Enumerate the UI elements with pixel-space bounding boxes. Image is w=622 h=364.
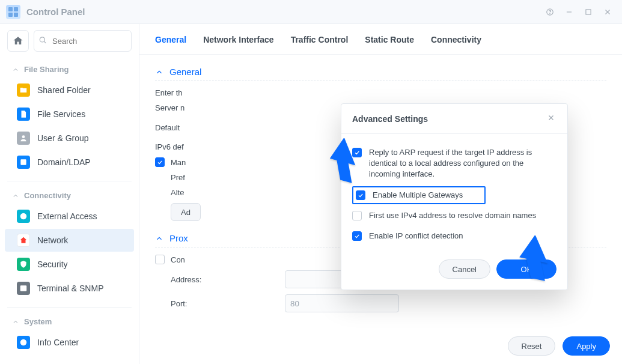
help-button[interactable]	[541, 4, 558, 20]
shield-icon	[17, 258, 30, 271]
svg-rect-7	[586, 9, 591, 14]
sidebar-item-label: Info Center	[37, 338, 79, 347]
folder-icon	[17, 83, 30, 97]
row-enter: Enter th	[155, 88, 606, 97]
sidebar-item-info-center[interactable]: Info Center	[5, 331, 134, 354]
manual-dns-checkbox[interactable]	[155, 157, 165, 167]
svg-rect-1	[14, 7, 18, 11]
sidebar-item-label: Security	[37, 259, 68, 269]
option-arp-reply: Reply to ARP request if the target IP ad…	[352, 142, 556, 185]
sidebar-item-shared-folder[interactable]: Shared Folder	[5, 79, 134, 102]
sidebar-group-label: System	[24, 317, 52, 326]
maximize-button[interactable]	[580, 4, 597, 20]
tab-network-interface[interactable]: Network Interface	[203, 35, 273, 48]
svg-point-14	[20, 213, 27, 220]
svg-rect-15	[20, 285, 27, 291]
proxy-port-input[interactable]	[285, 294, 399, 312]
network-icon	[17, 234, 30, 247]
field-label: Port:	[171, 299, 279, 308]
row-label: Default	[155, 123, 180, 132]
tab-static-route[interactable]: Static Route	[365, 35, 414, 48]
section-title: General	[169, 67, 201, 77]
apply-button[interactable]: Apply	[563, 336, 610, 356]
sidebar-item-user-group[interactable]: User & Group	[5, 127, 134, 150]
user-icon	[17, 132, 30, 145]
tab-connectivity[interactable]: Connectivity	[431, 35, 481, 48]
sidebar-item-label: Network	[37, 235, 68, 245]
svg-rect-0	[8, 7, 13, 11]
chevron-up-icon	[12, 192, 19, 199]
row-label: Alte	[171, 188, 184, 197]
option-multiple-gateways-highlight: Enable Multiple Gateways	[352, 186, 486, 204]
option-label: Enable Multiple Gateways	[373, 190, 463, 201]
option-label: First use IPv4 address to resolve domain…	[369, 210, 536, 221]
globe-icon	[17, 210, 30, 223]
row-label: Enter th	[155, 88, 183, 97]
sidebar-item-label: External Access	[37, 211, 97, 221]
annotation-arrow-checkbox	[326, 138, 362, 188]
sidebar-item-domain-ldap[interactable]: Domain/LDAP	[5, 151, 134, 174]
svg-rect-3	[14, 13, 18, 17]
annotation-arrow-ok	[515, 235, 557, 285]
reset-button[interactable]: Reset	[508, 336, 556, 356]
section-header-general[interactable]: General	[155, 63, 606, 81]
chevron-up-icon	[155, 234, 163, 243]
main-content: General Network Interface Traffic Contro…	[139, 24, 622, 364]
chevron-up-icon	[12, 66, 19, 73]
chevron-up-icon	[155, 68, 163, 76]
window-title: Control Panel	[26, 7, 85, 17]
search-icon	[38, 36, 47, 46]
row-label: IPv6 def	[155, 142, 184, 151]
option-label: Enable IP conflict detection	[369, 231, 463, 241]
app-icon	[6, 5, 20, 19]
sidebar-item-label: Domain/LDAP	[37, 157, 91, 167]
tab-traffic-control[interactable]: Traffic Control	[291, 35, 349, 48]
advanced-button[interactable]: Ad	[171, 203, 201, 221]
tab-bar: General Network Interface Traffic Contro…	[139, 24, 622, 55]
sidebar-item-file-services[interactable]: File Services	[5, 103, 134, 126]
sidebar-item-external-access[interactable]: External Access	[5, 205, 134, 228]
svg-point-16	[20, 339, 27, 346]
svg-rect-13	[20, 159, 26, 165]
title-bar: Control Panel	[0, 0, 622, 24]
checkbox-label: Con	[171, 255, 185, 264]
multiple-gateways-checkbox[interactable]	[356, 190, 365, 200]
terminal-icon	[17, 282, 30, 295]
sidebar-group-label: Connectivity	[24, 191, 71, 200]
dialog-cancel-button[interactable]: Cancel	[439, 259, 490, 279]
ip-conflict-checkbox[interactable]	[352, 231, 362, 241]
row-proxy-port: Port:	[171, 294, 606, 312]
svg-line-11	[44, 41, 46, 43]
row-label: Pref	[171, 173, 185, 182]
file-services-icon	[17, 108, 30, 121]
svg-point-5	[550, 13, 550, 14]
tab-general[interactable]: General	[155, 35, 186, 48]
section-title: Prox	[169, 233, 188, 243]
sidebar-item-label: User & Group	[37, 133, 89, 143]
search-input[interactable]	[34, 30, 132, 52]
option-label: Reply to ARP request if the target IP ad…	[369, 147, 556, 180]
close-button[interactable]	[599, 4, 616, 20]
minimize-button[interactable]	[561, 4, 578, 20]
sidebar-item-label: File Services	[37, 109, 85, 119]
sidebar-group-label: File Sharing	[24, 65, 69, 74]
sidebar-item-label: Shared Folder	[37, 85, 91, 95]
dialog-title: Advanced Settings	[352, 114, 428, 124]
row-label: Server n	[155, 103, 184, 112]
dialog-close-button[interactable]	[546, 112, 556, 125]
sidebar-group-connectivity[interactable]: Connectivity	[0, 187, 139, 204]
sidebar-item-network[interactable]: Network	[5, 229, 134, 252]
option-ipv4-first: First use IPv4 address to resolve domain…	[352, 205, 556, 226]
sidebar-item-terminal-snmp[interactable]: Terminal & SNMP	[5, 277, 134, 300]
home-button[interactable]	[7, 30, 29, 52]
sidebar-group-system[interactable]: System	[0, 314, 139, 330]
sidebar-group-file-sharing[interactable]: File Sharing	[0, 61, 139, 77]
sidebar: File Sharing Shared Folder File Services…	[0, 24, 139, 364]
svg-point-10	[40, 37, 44, 42]
ipv4-first-checkbox[interactable]	[352, 211, 362, 220]
checkbox-label: Man	[171, 158, 186, 167]
info-icon	[17, 336, 30, 349]
domain-icon	[17, 156, 30, 169]
connect-proxy-checkbox[interactable]	[155, 255, 165, 264]
sidebar-item-security[interactable]: Security	[5, 253, 134, 276]
